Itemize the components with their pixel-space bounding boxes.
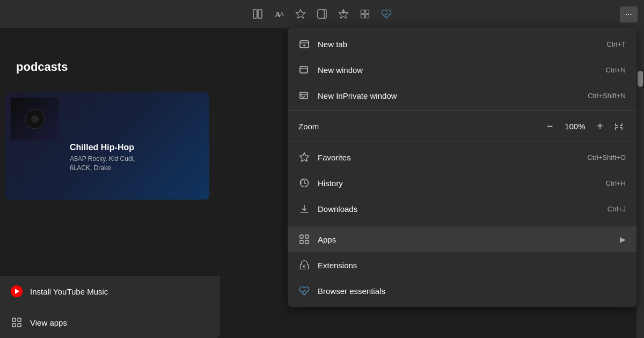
collections-icon[interactable] bbox=[360, 9, 370, 19]
browser-essentials-label: Browser essentials bbox=[318, 286, 618, 296]
svg-rect-0 bbox=[253, 10, 257, 18]
music-card: Chilled Hip-Hop A$AP Rocky, Kid Cudi,6LA… bbox=[5, 92, 209, 200]
svg-rect-1 bbox=[258, 10, 262, 18]
apps-label: Apps bbox=[318, 235, 612, 244]
music-title: Chilled Hip-Hop bbox=[70, 143, 135, 152]
new-tab-item[interactable]: New tab Ctrl+T bbox=[288, 31, 636, 57]
scrollbar[interactable] bbox=[636, 28, 644, 338]
history-label: History bbox=[318, 179, 598, 188]
new-inprivate-shortcut: Ctrl+Shift+N bbox=[588, 92, 626, 100]
browser-toolbar: A A bbox=[0, 0, 644, 28]
new-tab-icon bbox=[298, 38, 310, 50]
dropdown-menu: New tab Ctrl+T New window Ctrl+N New InP… bbox=[288, 28, 636, 307]
svg-rect-30 bbox=[300, 240, 303, 244]
new-tab-label: New tab bbox=[318, 40, 599, 49]
new-window-shortcut: Ctrl+N bbox=[606, 66, 626, 74]
favorites-star-icon[interactable] bbox=[295, 9, 306, 19]
svg-rect-9 bbox=[365, 10, 369, 14]
new-inprivate-item[interactable]: New InPrivate window Ctrl+Shift+N bbox=[288, 83, 636, 108]
divider-2 bbox=[288, 142, 636, 142]
divider-1 bbox=[288, 111, 636, 111]
zoom-expand-button[interactable] bbox=[612, 122, 626, 131]
history-shortcut: Ctrl+H bbox=[606, 179, 626, 187]
zoom-minus-button[interactable]: − bbox=[544, 120, 557, 133]
history-item[interactable]: History Ctrl+H bbox=[288, 170, 636, 196]
svg-rect-10 bbox=[361, 14, 365, 18]
apps-grid-icon bbox=[11, 317, 23, 328]
history-icon bbox=[298, 177, 310, 189]
svg-rect-22 bbox=[300, 67, 308, 73]
new-tab-shortcut: Ctrl+T bbox=[606, 40, 626, 48]
youtube-music-icon bbox=[11, 285, 23, 297]
scrollbar-thumb[interactable] bbox=[638, 71, 643, 87]
svg-rect-29 bbox=[305, 235, 309, 238]
svg-rect-16 bbox=[12, 324, 16, 327]
downloads-shortcut: Ctrl+J bbox=[608, 205, 626, 213]
svg-rect-17 bbox=[18, 324, 21, 327]
zoom-plus-button[interactable]: + bbox=[594, 120, 606, 133]
new-inprivate-label: New InPrivate window bbox=[318, 91, 580, 100]
zoom-value: 100% bbox=[561, 122, 588, 131]
downloads-item[interactable]: Downloads Ctrl+J bbox=[288, 196, 636, 222]
svg-point-13 bbox=[32, 116, 38, 122]
split-view-icon[interactable] bbox=[252, 9, 263, 19]
downloads-label: Downloads bbox=[318, 204, 600, 214]
zoom-label: Zoom bbox=[298, 122, 538, 131]
view-apps-item[interactable]: View apps bbox=[0, 307, 220, 338]
new-window-icon bbox=[298, 64, 310, 76]
svg-text:A: A bbox=[280, 10, 284, 17]
add-favorites-icon[interactable] bbox=[338, 9, 349, 19]
zoom-controls: − 100% + bbox=[544, 120, 626, 133]
downloads-icon bbox=[298, 203, 310, 215]
music-subtitle: A$AP Rocky, Kid Cudi,6LACK, Drake bbox=[70, 155, 135, 173]
favorites-icon bbox=[298, 151, 310, 163]
extensions-item[interactable]: Extensions bbox=[288, 252, 636, 278]
inprivate-icon bbox=[298, 90, 310, 101]
extensions-icon bbox=[298, 259, 310, 271]
svg-rect-28 bbox=[300, 235, 303, 238]
zoom-row: Zoom − 100% + bbox=[288, 113, 636, 139]
three-dots-button[interactable]: ··· bbox=[620, 6, 638, 23]
new-window-item[interactable]: New window Ctrl+N bbox=[288, 57, 636, 83]
svg-rect-14 bbox=[12, 318, 16, 321]
apps-arrow-icon: ▶ bbox=[620, 235, 626, 244]
section-label: podcasts bbox=[16, 60, 68, 74]
svg-rect-18 bbox=[300, 41, 309, 48]
install-youtube-music-item[interactable]: Install YouTube Music bbox=[0, 276, 220, 307]
font-icon[interactable]: A A bbox=[274, 9, 284, 19]
divider-3 bbox=[288, 224, 636, 224]
svg-rect-15 bbox=[18, 318, 21, 321]
side-panel-icon[interactable] bbox=[317, 9, 327, 19]
favorites-label: Favorites bbox=[318, 153, 580, 162]
apps-item[interactable]: Apps ▶ bbox=[288, 226, 636, 252]
svg-point-32 bbox=[303, 266, 305, 267]
browser-essentials-icon bbox=[298, 285, 310, 297]
svg-rect-11 bbox=[365, 14, 369, 18]
browser-essentials-item[interactable]: Browser essentials bbox=[288, 278, 636, 304]
favorites-shortcut: Ctrl+Shift+O bbox=[587, 153, 626, 161]
svg-rect-8 bbox=[361, 10, 365, 14]
view-apps-label: View apps bbox=[30, 318, 67, 327]
svg-rect-4 bbox=[318, 10, 326, 18]
health-icon[interactable] bbox=[381, 9, 392, 19]
sub-menu: Install YouTube Music View apps bbox=[0, 276, 220, 338]
svg-rect-31 bbox=[305, 240, 309, 244]
favorites-item[interactable]: Favorites Ctrl+Shift+O bbox=[288, 144, 636, 170]
extensions-label: Extensions bbox=[318, 261, 618, 270]
apps-icon bbox=[298, 233, 310, 245]
new-window-label: New window bbox=[318, 65, 598, 75]
install-youtube-music-label: Install YouTube Music bbox=[30, 287, 108, 296]
